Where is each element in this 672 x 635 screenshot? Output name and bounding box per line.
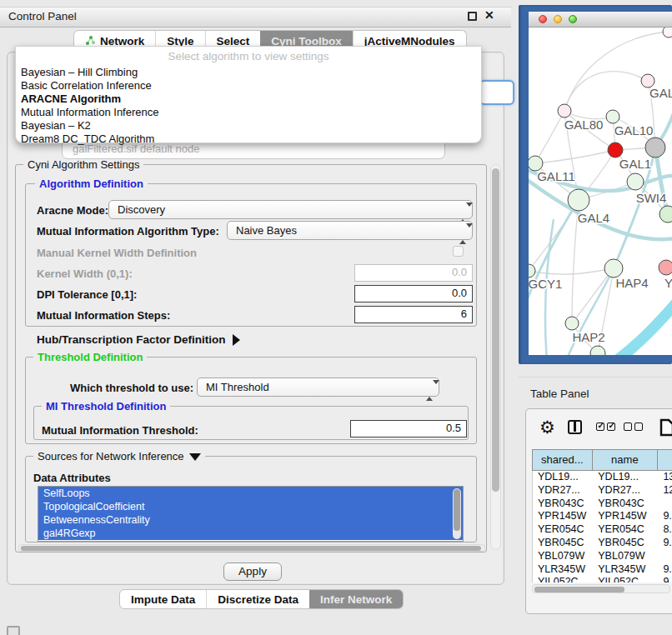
table-row[interactable]: YDL19...YDL19...13 [533, 471, 672, 484]
tab-infer-network[interactable]: Infer Network [309, 590, 403, 608]
network-node[interactable] [590, 346, 605, 355]
sources-title-text: Sources for Network Inference [38, 450, 184, 462]
cyni-settings-title: Cyni Algorithm Settings [23, 158, 143, 171]
table-cell: YDR27... [533, 484, 593, 498]
mi-steps-field[interactable]: 6 [354, 306, 473, 323]
deselect-all-columns-icon[interactable] [624, 422, 643, 431]
algorithm-option[interactable]: Bayesian – K2 [18, 119, 479, 132]
network-node[interactable] [645, 138, 665, 158]
hub-section-toggle[interactable]: Hub/Transcription Factor Definition [37, 333, 240, 346]
listbox-scrollbar-thumb[interactable] [454, 489, 460, 531]
minimize-window-icon[interactable] [554, 15, 562, 23]
kernel-width-field[interactable]: 0.0 [354, 264, 473, 282]
network-node-hap2[interactable] [565, 317, 579, 330]
table-hscrollbar[interactable] [532, 584, 670, 593]
which-threshold-value: MI Threshold [206, 381, 269, 393]
network-node-gcy1[interactable] [529, 264, 535, 278]
sources-group-title[interactable]: Sources for Network Inference [33, 450, 205, 462]
network-window-titlebar[interactable] [529, 12, 672, 28]
gear-icon[interactable]: ⚙ [539, 418, 555, 438]
settings-hscrollbar[interactable] [18, 544, 485, 552]
network-node-hap4[interactable] [604, 259, 623, 278]
cyni-bottom-tabs: Impute DataDiscretize DataInfer Network [119, 589, 404, 609]
table-cell: YBR043C [533, 498, 593, 511]
document-icon[interactable] [659, 418, 672, 440]
aracne-mode-combobox[interactable]: Discovery [108, 200, 473, 219]
node-label: GAL4 [578, 211, 609, 225]
tab-impute-data[interactable]: Impute Data [120, 590, 206, 608]
network-canvas[interactable]: GAL80GALGAL10GAL1GAL11SWI4GAL4GCY1HAP4YH… [529, 28, 672, 355]
settings-hscrollbar-thumb[interactable] [21, 546, 481, 551]
attribute-list-item[interactable]: BetweennessCentrality [38, 513, 463, 527]
node-label: GAL11 [537, 169, 575, 183]
network-node[interactable] [663, 28, 672, 38]
table-row[interactable]: YBR043CYBR043C [533, 498, 672, 511]
table-cell: YBL079W [533, 550, 593, 563]
table-row[interactable]: YER054CYER054C8. [533, 523, 672, 537]
algorithm-option[interactable]: ARACNE Algorithm [18, 92, 479, 106]
mi-threshold-field[interactable]: 0.5 [350, 420, 467, 438]
mi-threshold-group-title: MI Threshold Definition [42, 400, 170, 412]
listbox-scrollbar[interactable] [453, 488, 461, 539]
table-row[interactable]: YDR27...YDR27...12 [533, 484, 672, 498]
stepper-arrows-icon [459, 225, 466, 242]
settings-scrollbar-thumb[interactable] [492, 168, 499, 492]
partial-combobox-focused[interactable] [479, 80, 514, 105]
node-label: HAP4 [615, 276, 648, 290]
attribute-list-item[interactable]: TopologicalCoefficient [38, 500, 463, 513]
algorithm-option[interactable]: Bayesian – Hill Climbing [18, 66, 479, 79]
table-hscrollbar-thumb[interactable] [534, 587, 624, 592]
mi-threshold-label: Mutual Information Threshold: [42, 424, 198, 437]
manual-kernel-checkbox[interactable] [453, 246, 464, 257]
node-label: Y [664, 276, 672, 290]
table-cell: YDL19... [533, 471, 593, 484]
network-node[interactable] [659, 206, 672, 222]
aracne-mode-label: Aracne Mode: [37, 204, 108, 217]
network-node-y[interactable] [659, 260, 672, 275]
table-cell: YPR145W [533, 510, 593, 523]
close-window-icon[interactable] [539, 15, 547, 23]
table-row[interactable]: YLR345WYLR345W9. [533, 563, 672, 577]
algorithm-option[interactable]: Dream8 DC_TDC Algorithm [18, 132, 479, 146]
table-panel: ⚙ shared...nameA YDL19...YDL19...13YDR27… [525, 408, 672, 614]
network-node-gal80[interactable] [558, 104, 571, 118]
stepper-arrows-icon [426, 382, 433, 399]
split-columns-icon[interactable] [568, 420, 582, 434]
table-row[interactable]: YBL079WYBL079W [533, 550, 672, 563]
attribute-list-item[interactable]: gal4RGexp [38, 527, 463, 540]
which-threshold-combobox[interactable]: MI Threshold [197, 378, 439, 397]
table-row[interactable]: YPR145WYPR145W9. [533, 510, 672, 523]
float-panel-icon[interactable] [468, 12, 477, 21]
table-cell: 8. [658, 523, 672, 537]
network-node-gal4[interactable] [568, 189, 589, 211]
partial-bottom-icon[interactable] [7, 626, 20, 635]
select-all-columns-icon[interactable] [596, 422, 615, 431]
table-column-header[interactable]: A [658, 449, 672, 471]
expanded-arrow-icon [189, 453, 201, 461]
network-node-gal10[interactable] [606, 110, 619, 123]
node-label: SWI4 [636, 191, 667, 205]
attribute-list-item[interactable]: SelfLoops [38, 487, 463, 500]
table-row[interactable]: YBR045CYBR045C9. [533, 537, 672, 550]
table-column-header[interactable]: name [593, 449, 659, 471]
dpi-tolerance-field[interactable]: 0.0 [354, 285, 473, 302]
table-cell: YIL052C [593, 576, 658, 582]
table-column-header[interactable]: shared... [532, 449, 593, 471]
table-panel-title: Table Panel [530, 388, 589, 400]
table-cell [658, 550, 672, 563]
table-cell [658, 498, 672, 511]
tab-discretize-data[interactable]: Discretize Data [206, 590, 309, 608]
network-node-swi4[interactable] [627, 173, 644, 190]
control-panel-titlebar [0, 7, 511, 28]
algorithm-option[interactable]: Basic Correlation Inference [18, 79, 479, 92]
network-view-frame: GAL80GALGAL10GAL1GAL11SWI4GAL4GCY1HAP4YH… [519, 5, 672, 364]
mi-type-combobox[interactable]: Naive Bayes [227, 221, 473, 240]
algorithm-option[interactable]: Mutual Information Inference [18, 106, 479, 119]
data-attributes-listbox[interactable]: SelfLoopsTopologicalCoefficientBetweenne… [38, 486, 464, 542]
apply-button[interactable]: Apply [223, 562, 282, 581]
zoom-window-icon[interactable] [569, 15, 577, 23]
network-node-gal1[interactable] [608, 142, 623, 158]
table-row[interactable]: YIL052CYIL052C9 [533, 576, 672, 582]
close-panel-icon[interactable]: ✕ [484, 8, 494, 22]
checked-box-icon [607, 422, 615, 431]
